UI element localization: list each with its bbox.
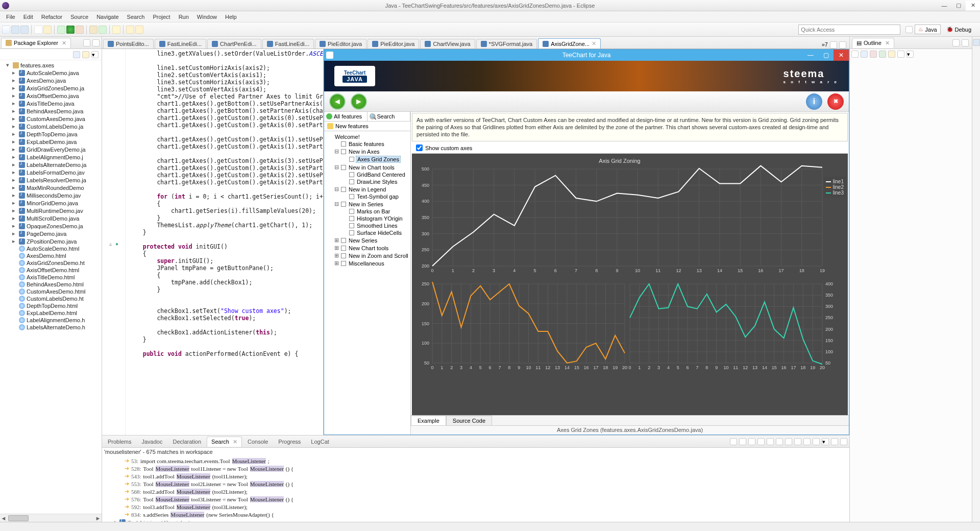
minimize-view-icon[interactable] (952, 39, 960, 46)
collapse-icon[interactable] (767, 438, 774, 445)
editor-tab[interactable]: ChartPenEdi... (207, 39, 261, 49)
cancel-icon[interactable] (739, 438, 746, 445)
package-explorer-tab[interactable]: Package Explorer ✕ (1, 38, 71, 48)
file-node[interactable]: ▸AxisGridZonesDemo.ja (0, 84, 102, 92)
menu-edit[interactable]: Edit (19, 13, 37, 21)
file-node[interactable]: AxisOffsetDemo.html (0, 267, 102, 274)
overflow-tabs[interactable]: »7 (822, 41, 828, 49)
search-icon[interactable] (112, 26, 120, 34)
bottom-tab-progress[interactable]: Progress (274, 437, 305, 446)
tree-node[interactable]: DrawLine Styles (325, 178, 409, 185)
file-node[interactable]: ▸CustomLabelsDemo.ja (0, 123, 102, 130)
pin-icon[interactable] (757, 438, 765, 445)
trim-icon[interactable] (973, 39, 980, 46)
file-node[interactable]: AxisTitleDemo.html (0, 274, 102, 281)
minimize-editor-icon[interactable] (830, 41, 837, 49)
tree-node[interactable]: ⊟New in Legend (325, 185, 409, 193)
new-features-row[interactable]: New features (324, 122, 410, 131)
view-menu-icon[interactable]: ▾ (91, 51, 99, 58)
file-node[interactable]: LabelAlignmentDemo.h (0, 317, 102, 324)
all-features-tab[interactable]: All features (324, 112, 368, 121)
feature-tree[interactable]: Welcome!Basic features⊟New in AxesAxes G… (324, 131, 410, 435)
search-result-row[interactable]: ➜ 553: ToolMouseListener tool2Listener =… (104, 480, 847, 488)
search-result-row[interactable]: ➜ 528: ToolMouseListener tool1Listener =… (104, 465, 847, 472)
tree-node[interactable]: ⊟New in Axes (325, 148, 409, 155)
file-node[interactable]: ▸AxisOffsetDemo.java (0, 92, 102, 100)
min-icon[interactable] (831, 438, 838, 445)
wand-icon[interactable] (43, 26, 52, 34)
maximize-button[interactable]: ▢ (951, 1, 966, 11)
menu-search[interactable]: Search (123, 13, 149, 21)
menu-help[interactable]: Help (221, 13, 241, 21)
tree-node[interactable]: ⊞New in Zoom and Scroll (325, 252, 409, 259)
max-icon[interactable] (840, 438, 847, 445)
minimize-button[interactable]: — (937, 1, 951, 11)
editor-tab[interactable]: *SVGFormat.java (476, 39, 537, 49)
tree-node[interactable]: Marks on Bar (325, 208, 409, 215)
new-icon[interactable] (2, 26, 10, 34)
file-node[interactable]: CustomAxesDemo.html (0, 288, 102, 295)
run-icon[interactable] (66, 26, 75, 34)
tree-node[interactable]: ⊟New in Series (325, 200, 409, 208)
tree-node[interactable]: Smoothed Lines (325, 222, 409, 229)
tree-node[interactable]: Axes Grid Zones (325, 155, 409, 163)
search-file-group[interactable]: ▸ ToolsList.java (42 matches) (104, 518, 847, 522)
file-node[interactable]: ▸AutoScaleDemo.java (0, 69, 102, 77)
file-node[interactable]: AxesDemo.html (0, 252, 102, 259)
file-node[interactable]: ▸BehindAxesDemo.java (0, 107, 102, 115)
search-result-row[interactable]: ➜ 543: tool1.addToolMouseListener(tool1L… (104, 472, 847, 480)
bottom-tab-logcat[interactable]: LogCat (306, 437, 333, 446)
tree-node[interactable]: GridBand Centered (325, 171, 409, 178)
sort-icon[interactable] (851, 51, 859, 58)
bottom-tab-declaration[interactable]: Declaration (168, 437, 206, 446)
file-node[interactable]: ▸AxisTitleDemo.java (0, 100, 102, 107)
close-button[interactable]: ✕ (966, 1, 980, 11)
search-result-row[interactable]: ➜ 592: tool3.addToolMouseListener(tool3L… (104, 503, 847, 511)
file-node[interactable]: BehindAxesDemo.html (0, 281, 102, 288)
fwd-icon[interactable] (135, 26, 143, 34)
remove-icon[interactable] (803, 438, 811, 445)
file-node[interactable]: ▸AxesDemo.java (0, 77, 102, 84)
bottom-tab-javadoc[interactable]: Javadoc (137, 437, 167, 446)
debug-perspective-button[interactable]: 🐞Debug (943, 25, 975, 34)
exit-button[interactable]: ✖ (827, 93, 844, 110)
tree-node[interactable]: Welcome! (325, 133, 409, 140)
save-icon[interactable] (11, 26, 19, 34)
hide-nonpublic-icon[interactable] (888, 51, 895, 58)
file-node[interactable]: ▸MillisecondsDemo.jav (0, 191, 102, 199)
file-node[interactable]: ▸OpaqueZonesDemo.ja (0, 222, 102, 230)
search-result-row[interactable]: ➜ 53: import com.steema.teechart.events.… (104, 457, 847, 465)
file-node[interactable]: LabelsAlternateDemo.h (0, 324, 102, 331)
editor-tab[interactable]: FastLineEdi... (262, 39, 314, 49)
menu-run[interactable]: Run (175, 13, 193, 21)
maximize-editor-icon[interactable] (839, 41, 846, 49)
new-class-icon[interactable] (99, 26, 107, 34)
file-node[interactable]: ▸LabelsResolverDemo.ja (0, 176, 102, 184)
new-pkg-icon[interactable] (89, 26, 97, 34)
search-result-row[interactable]: ➜ 576: ToolMouseListener tool3Listener =… (104, 495, 847, 503)
tree-node[interactable]: Basic features (325, 140, 409, 148)
search-tab[interactable]: 🔍Search (368, 112, 411, 121)
rerun-icon[interactable] (730, 438, 737, 445)
outline-tab[interactable]: ▤ Outline ✕ (852, 38, 894, 48)
editor-tab[interactable]: PointsEdito... (103, 39, 154, 49)
tee-maximize-button[interactable]: ▢ (818, 50, 834, 61)
expand-icon[interactable] (776, 438, 783, 445)
code-text[interactable]: line3.getXValues().setOrder(ValueListOrd… (126, 49, 323, 435)
run-ext-icon[interactable] (76, 26, 84, 34)
source-code-tab[interactable]: Source Code (446, 416, 492, 425)
file-node[interactable]: ▸MultiScrollDemo.java (0, 214, 102, 222)
file-node[interactable]: ExpLabelDemo.html (0, 309, 102, 317)
file-node[interactable]: ▸DepthTopDemo.java (0, 130, 102, 138)
menu-source[interactable]: Source (66, 13, 92, 21)
file-node[interactable]: ▸LabelsFormatDemo.jav (0, 168, 102, 176)
file-node[interactable]: ▸MaxMinRoundedDemo (0, 184, 102, 191)
package-node[interactable]: ▾features.axes (0, 61, 102, 69)
search-results[interactable]: ➜ 53: import com.steema.teechart.events.… (102, 456, 849, 522)
tee-close-button[interactable]: ✕ (834, 50, 849, 61)
search-result-row[interactable]: ➜ 834: s.addSeriesMouseListener(new Seri… (104, 511, 847, 518)
bottom-tab-problems[interactable]: Problems (103, 437, 136, 446)
file-node[interactable]: ▸MultiRuntimeDemo.jav (0, 207, 102, 214)
info-button[interactable]: i (806, 93, 822, 110)
editor-tab[interactable]: AxisGridZone...✕ (538, 38, 601, 49)
